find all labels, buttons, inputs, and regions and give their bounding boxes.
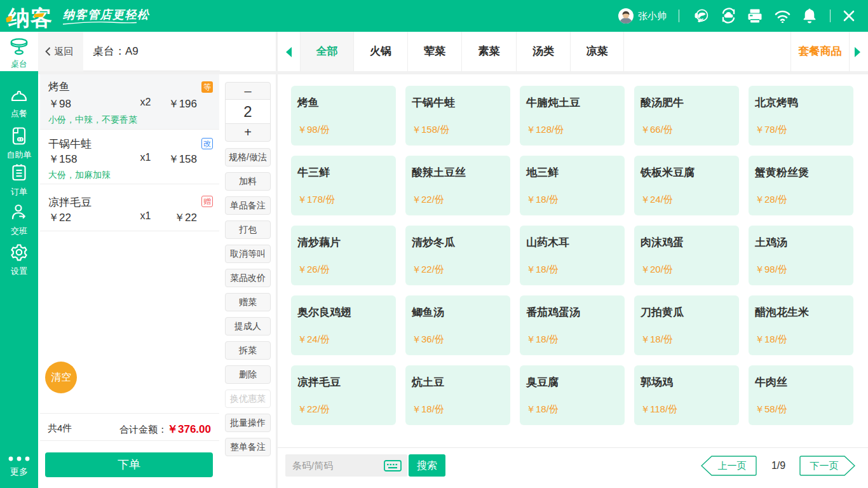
svg-text:下一页: 下一页 xyxy=(810,460,839,471)
svg-text:上一页: 上一页 xyxy=(718,460,747,471)
